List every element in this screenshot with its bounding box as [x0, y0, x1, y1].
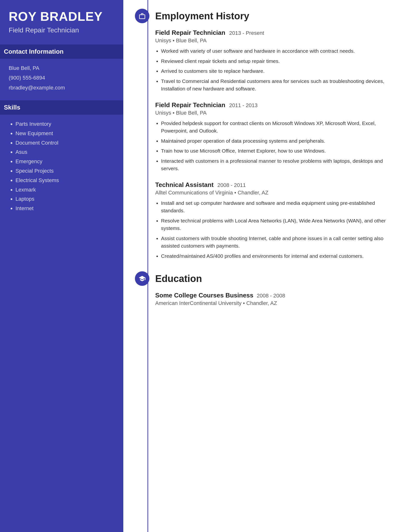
- skill-item: Emergency: [16, 158, 115, 165]
- job-bullet: Assist customers with trouble shooting I…: [161, 235, 399, 250]
- contact-section-header: Contact Information: [0, 45, 123, 59]
- contact-phone: (900) 555-6894: [9, 74, 115, 82]
- job-bullet: Resolve technical problems with Local Ar…: [161, 217, 399, 232]
- job-bullet: Train how to use Microsoft Office, Inter…: [161, 147, 399, 155]
- job-bullet: Travel to Commercial and Residential cus…: [161, 77, 399, 93]
- skill-item: Electrical Systems: [16, 177, 115, 184]
- job-bullets: Install and set up computer hardware and…: [155, 199, 399, 260]
- employment-title: Employment History: [155, 11, 249, 21]
- job-entry: Field Repair Technician2011 - 2013Unisys…: [135, 101, 399, 172]
- candidate-name: ROY BRADLEY: [9, 10, 115, 23]
- job-bullet: Created/maintained AS/400 profiles and e…: [161, 252, 399, 260]
- job-bullet: Worked with variety of user software and…: [161, 47, 399, 55]
- employment-header-row: Employment History: [135, 9, 399, 23]
- job-bullets: Worked with variety of user software and…: [155, 47, 399, 93]
- job-title: Field Repair Technician: [155, 101, 225, 109]
- job-bullet: Interacted with customers in a professio…: [161, 157, 399, 172]
- sidebar: ROY BRADLEY Field Repair Technician Cont…: [0, 0, 123, 532]
- skill-item: Asus: [16, 149, 115, 156]
- job-title-row: Field Repair Technician2011 - 2013: [155, 101, 399, 109]
- skill-item: Special Projects: [16, 167, 115, 175]
- job-dates: 2008 - 2011: [217, 182, 246, 188]
- job-title-row: Technical Assistant2008 - 2011: [155, 181, 399, 189]
- edu-degree: Some College Courses Business: [155, 292, 253, 299]
- contact-info: Blue Bell, PA (900) 555-6894 rbradley@ex…: [9, 65, 115, 92]
- job-title: Technical Assistant: [155, 181, 214, 189]
- job-bullets: Provided helpdesk support for contract c…: [155, 119, 399, 172]
- education-section: Education Some College Courses Business2…: [135, 271, 399, 306]
- skill-item: Parts Inventory: [16, 120, 115, 128]
- employment-section: Employment History Field Repair Technici…: [135, 9, 399, 260]
- skill-item: Document Control: [16, 139, 115, 147]
- education-title: Education: [155, 273, 202, 284]
- education-entry: Some College Courses Business2008 - 2008…: [135, 292, 399, 306]
- job-bullet: Provided helpdesk support for contract c…: [161, 119, 399, 135]
- main-content: Employment History Field Repair Technici…: [123, 0, 411, 532]
- skill-item: Laptops: [16, 195, 115, 203]
- contact-email: rbradley@example.com: [9, 84, 115, 92]
- job-company: Unisys•Blue Bell, PA: [155, 38, 399, 44]
- job-bullet: Maintained proper operation of data proc…: [161, 137, 399, 145]
- job-dates: 2013 - Present: [229, 30, 264, 36]
- skill-item: Internet: [16, 205, 115, 212]
- skill-item: Lexmark: [16, 186, 115, 194]
- skill-item: New Equipment: [16, 130, 115, 137]
- job-company: Unisys•Blue Bell, PA: [155, 110, 399, 116]
- job-bullet: Install and set up computer hardware and…: [161, 199, 399, 215]
- edu-title-row: Some College Courses Business2008 - 2008: [155, 292, 399, 299]
- job-dates: 2011 - 2013: [229, 102, 257, 109]
- edu-dates: 2008 - 2008: [257, 293, 285, 299]
- job-entry: Field Repair Technician2013 - PresentUni…: [135, 29, 399, 93]
- skills-list: Parts InventoryNew EquipmentDocument Con…: [9, 120, 115, 212]
- job-bullet: Arrived to customers site to replace har…: [161, 67, 399, 75]
- job-title-row: Field Repair Technician2013 - Present: [155, 29, 399, 37]
- graduation-icon: [135, 271, 149, 286]
- briefcase-icon: [135, 9, 149, 23]
- skills-section-header: Skills: [0, 100, 123, 115]
- job-title: Field Repair Technician: [155, 29, 225, 37]
- candidate-title: Field Repair Technician: [9, 26, 115, 35]
- job-bullet: Reviewed client repair tickets and setup…: [161, 57, 399, 65]
- job-company: Alltel Communications of Virginia•Chandl…: [155, 190, 399, 196]
- education-header-row: Education: [135, 271, 399, 286]
- contact-location: Blue Bell, PA: [9, 65, 115, 72]
- job-entry: Technical Assistant2008 - 2011Alltel Com…: [135, 181, 399, 260]
- edu-school: American InterContinental University•Cha…: [155, 300, 399, 306]
